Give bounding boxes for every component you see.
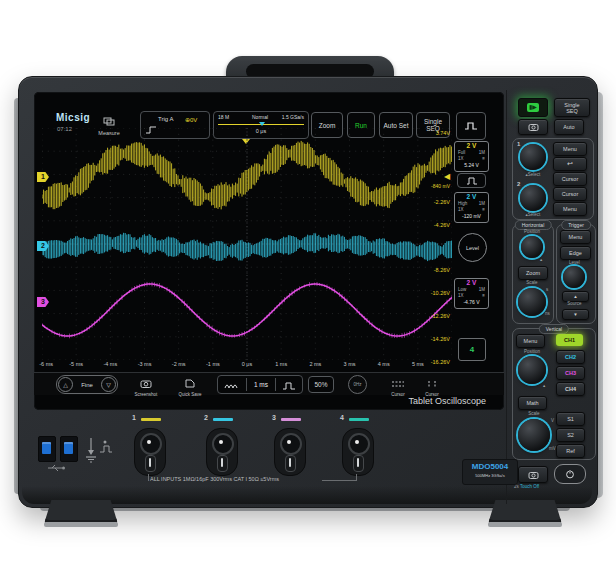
bnc-ring [348, 433, 370, 455]
back-button[interactable]: ↩ [553, 157, 587, 171]
timebase-value[interactable]: 1 ms [246, 378, 276, 391]
ref-button[interactable]: Ref [556, 444, 585, 458]
fine-adjust-control[interactable]: △ Fine ▽ [56, 375, 118, 394]
trigger-level-arrow-icon[interactable]: ◀ [444, 172, 450, 181]
horizontal-zoom-button[interactable]: Zoom [518, 266, 548, 280]
ch1-wave-button[interactable] [457, 173, 486, 188]
cursor-b-button[interactable]: Cursor [553, 187, 587, 201]
ch3-settings-panel[interactable]: 2 V Low1M 1X≡ -4.76 V [454, 278, 489, 309]
s1-button[interactable]: S1 [556, 412, 585, 426]
ch3-hard-button[interactable]: CH3 [556, 366, 585, 380]
trigger-level-knob[interactable] [563, 266, 585, 288]
horizontal-position-knob[interactable] [521, 236, 543, 258]
wave-type-button[interactable] [456, 112, 486, 140]
input2-label: 2 [204, 414, 208, 421]
trigger-source-down-button[interactable]: ▼ [562, 309, 589, 320]
vertical-position-knob[interactable] [518, 356, 546, 384]
y-axis-label: 3.74V [436, 130, 450, 136]
pulse-button[interactable] [276, 376, 302, 394]
usb-port-2[interactable] [60, 436, 78, 462]
cursor-vertical-button[interactable]: Cursor [418, 374, 446, 397]
freq-counter-button[interactable]: 0Hz [348, 375, 367, 394]
bnc-input-1[interactable] [134, 428, 166, 476]
vertical-cursors-icon [427, 380, 437, 388]
screenshot-hard-button[interactable] [518, 119, 548, 135]
menu-navigate-button[interactable]: Menu [553, 142, 587, 156]
probe-comp-ground-icon [84, 436, 114, 464]
y-axis-labels: 3.74V-2.26V-4.26V-8.26V-10.26V-12.26V-14… [394, 129, 452, 363]
x-axis-label: -4 ms [103, 361, 117, 367]
ch4-hard-button[interactable]: CH4 [556, 382, 585, 396]
ch1-settings-panel[interactable]: 2 V Full1M 1X≡ 5.24 V [454, 141, 489, 172]
stand-foot-right [488, 500, 562, 524]
bnc-input-4[interactable] [342, 428, 374, 476]
cursor-a-button[interactable]: Cursor [553, 172, 587, 186]
bnc-pin-dot [287, 440, 291, 444]
quick-save-button[interactable]: Quick Save [172, 374, 208, 397]
oscilloscope-product-shot: Micsig Micsig 07:12 Measure Trig A ⊕0V 1… [0, 0, 616, 582]
usb-icon [46, 463, 66, 473]
bnc-pin-dot [147, 440, 151, 444]
bnc-ring [280, 433, 302, 455]
horizontal-scale-knob[interactable] [518, 288, 546, 316]
power-icon [565, 469, 575, 479]
increase-button[interactable]: △ [58, 377, 73, 392]
run-stop-button[interactable]: ▮▶ [518, 98, 548, 117]
bnc-pin-dot [355, 440, 359, 444]
bracket-left [148, 474, 149, 481]
bnc-input-3[interactable] [274, 428, 306, 476]
input1-color-bar [141, 418, 161, 421]
trigger-menu-button[interactable]: Menu [560, 230, 591, 244]
ch1-probe: 1X [458, 156, 464, 162]
vertical-scale-knob[interactable] [518, 419, 550, 451]
usb-tab [42, 442, 51, 454]
vertical-menu-button[interactable]: Menu [516, 334, 545, 348]
input4-label: 4 [340, 414, 344, 421]
x-axis-label: 1 ms [275, 361, 287, 367]
screen-brand-logo: Micsig [56, 112, 90, 123]
ch3-volts: 2 V [455, 279, 488, 287]
touch-off-hint: 2s Touch Off [514, 484, 539, 489]
auto-hard-button[interactable]: Auto [554, 119, 584, 135]
bnc-input-2[interactable] [206, 428, 238, 476]
square-wave-icon [466, 177, 478, 185]
v-scale-min-unit: mV [549, 446, 556, 451]
trigger-edge-button[interactable]: Edge [560, 246, 591, 260]
stand-foot-left [44, 500, 118, 524]
ch1-hard-button[interactable]: CH1 [556, 334, 583, 346]
trigger-50pct-button[interactable]: 50% [308, 376, 334, 393]
ch2-hard-button[interactable]: CH2 [556, 350, 585, 364]
single-seq-hard-button[interactable]: Single SEQ [554, 98, 590, 117]
input1-label: 1 [132, 414, 136, 421]
stand-foot-right-lip [488, 522, 562, 527]
multifunction-knob-2[interactable] [520, 185, 546, 211]
bnc-pin [149, 458, 151, 467]
knob2-label: 2 [517, 181, 520, 187]
input2-color-bar [213, 418, 233, 421]
bnc-pin [289, 458, 291, 467]
cursor-horizontal-button[interactable]: Cursor [384, 374, 412, 397]
camera-icon [140, 379, 152, 388]
sample-rate: 1.5 GSa/s [282, 114, 304, 120]
decrease-button[interactable]: ▽ [101, 377, 116, 392]
usb-port-1[interactable] [38, 436, 56, 462]
waveform-canvas[interactable] [42, 128, 452, 360]
camera-icon [528, 123, 539, 131]
model-name: MDO5004 [463, 460, 517, 473]
s2-button[interactable]: S2 [556, 428, 585, 442]
power-button[interactable] [554, 464, 586, 484]
ch4-button[interactable]: 4 [458, 338, 486, 361]
screenshot-button[interactable]: Screenshot [128, 374, 164, 397]
level-button[interactable]: Level [458, 233, 487, 262]
ch1-flag-icon: ≡ [482, 156, 485, 162]
wave-burst-button[interactable] [218, 376, 246, 394]
stand-foot-left-lip [44, 522, 118, 527]
horizontal-cursors-icon [391, 380, 405, 388]
hard-screenshot-button-2[interactable] [518, 466, 548, 483]
math-button[interactable]: Math [518, 396, 547, 410]
x-axis-labels: -6 ms-5 ms-4 ms-3 ms-2 ms-1 ms0 μs1 ms2 … [42, 361, 452, 371]
multifunction-knob-1[interactable] [520, 144, 546, 170]
ch2-settings-panel[interactable]: 2 V High1M 1X≡ -120 mV [454, 192, 489, 223]
menu-onoff-button[interactable]: Menu [553, 202, 587, 216]
bracket-line [322, 480, 357, 481]
